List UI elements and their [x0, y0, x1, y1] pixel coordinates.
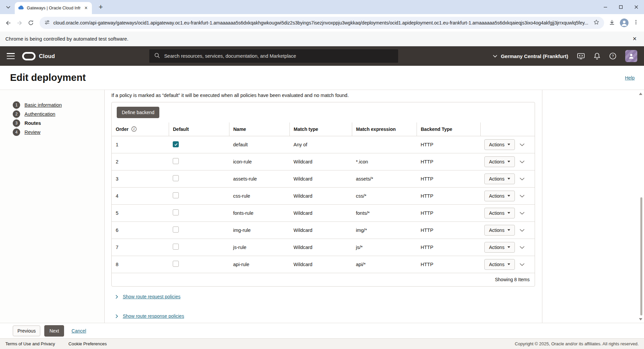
route-name-cell: icon-rule — [229, 153, 289, 170]
row-expand-chevron-icon[interactable] — [520, 160, 525, 163]
banner-close-icon[interactable]: × — [631, 35, 639, 43]
route-name-cell: api-rule — [229, 256, 289, 273]
step-label[interactable]: Authentication — [24, 111, 55, 117]
route-name-cell: fonts-rule — [229, 204, 289, 221]
address-bar[interactable] — [40, 17, 604, 29]
route-backend-type-cell: HTTP — [417, 136, 480, 153]
profile-avatar[interactable] — [620, 18, 629, 27]
oci-search-bar[interactable] — [149, 49, 398, 63]
route-match-type-cell: Wildcard — [289, 170, 352, 187]
table-row: 2 icon-rule Wildcard *.icon HTTP Actions — [112, 153, 535, 170]
step-basic-information[interactable]: 1 Basic information — [13, 101, 104, 109]
route-default-cell — [169, 204, 229, 221]
help-circle-icon[interactable]: ? — [609, 52, 616, 60]
step-review[interactable]: 4 Review — [13, 129, 104, 136]
route-order-cell: 6 — [112, 221, 169, 239]
bookmark-star-icon[interactable] — [593, 19, 599, 27]
route-actions-cell: Actions — [480, 204, 516, 221]
actions-button[interactable]: Actions — [484, 225, 515, 236]
row-expand-chevron-icon[interactable] — [520, 212, 525, 215]
scrollbar-down-arrow[interactable] — [639, 318, 642, 320]
scrollbar-up-arrow[interactable] — [639, 93, 642, 95]
notifications-bell-icon[interactable] — [594, 52, 600, 60]
download-icon[interactable] — [609, 19, 615, 27]
show-route-response-policies[interactable]: Show route response policies — [115, 313, 542, 319]
help-link[interactable]: Help — [625, 75, 635, 81]
routes-table: Order i Default Name Match type Match ex… — [112, 122, 535, 273]
table-row: 4 css-rule Wildcard css/* HTTP Actions — [112, 187, 535, 204]
close-window-button[interactable] — [629, 0, 644, 14]
route-order-cell: 3 — [112, 170, 169, 187]
row-expand-chevron-icon[interactable] — [520, 195, 525, 198]
actions-button[interactable]: Actions — [484, 139, 515, 150]
oci-search-input[interactable] — [164, 53, 393, 59]
row-expand-chevron-icon[interactable] — [520, 143, 525, 146]
default-checkbox[interactable] — [173, 175, 179, 181]
svg-text:?: ? — [612, 54, 614, 58]
terms-link[interactable]: Terms of Use and Privacy — [5, 341, 55, 346]
show-route-request-policies[interactable]: Show route request policies — [115, 294, 542, 299]
tab-close-icon[interactable]: × — [84, 5, 89, 11]
actions-button[interactable]: Actions — [484, 259, 515, 270]
default-checkbox[interactable] — [173, 209, 179, 215]
reload-button[interactable] — [27, 19, 35, 27]
default-checkbox[interactable] — [173, 141, 179, 147]
default-checkbox[interactable] — [173, 227, 179, 233]
menu-kebab-icon[interactable] — [633, 19, 639, 26]
back-button[interactable] — [4, 19, 12, 27]
site-info-icon[interactable] — [44, 19, 50, 27]
step-authentication[interactable]: 2 Authentication — [13, 110, 104, 118]
previous-button[interactable]: Previous — [13, 326, 40, 336]
actions-button[interactable]: Actions — [484, 191, 515, 201]
define-backend-button[interactable]: Define backend — [117, 107, 159, 118]
cloud-shell-icon[interactable] — [577, 53, 585, 59]
cancel-link[interactable]: Cancel — [71, 328, 86, 334]
caret-down-icon — [507, 212, 510, 214]
actions-button[interactable]: Actions — [484, 208, 515, 218]
route-actions-cell: Actions — [480, 221, 516, 239]
step-label[interactable]: Review — [24, 130, 41, 135]
route-match-expression-cell: fonts/* — [352, 204, 417, 221]
route-actions-cell: Actions — [480, 256, 516, 273]
row-expand-chevron-icon[interactable] — [520, 178, 525, 181]
route-expand-cell — [516, 170, 535, 187]
default-checkbox[interactable] — [173, 158, 179, 164]
route-match-type-cell: Wildcard — [289, 256, 352, 273]
route-expand-cell — [516, 256, 535, 273]
route-backend-type-cell: HTTP — [417, 221, 480, 239]
step-routes-current[interactable]: 3 Routes — [13, 119, 104, 127]
route-match-type-cell: Wildcard — [289, 204, 352, 221]
oracle-logo[interactable] — [22, 52, 36, 60]
table-row: 6 img-rule Wildcard img/* HTTP Actions — [112, 221, 535, 239]
forward-button[interactable] — [15, 19, 23, 27]
tab-search-button[interactable] — [3, 2, 13, 12]
user-avatar[interactable] — [625, 50, 637, 62]
person-icon — [628, 52, 635, 60]
actions-button[interactable]: Actions — [484, 156, 515, 167]
default-checkbox[interactable] — [173, 192, 179, 198]
minimize-button[interactable] — [598, 0, 613, 14]
actions-button[interactable]: Actions — [484, 173, 515, 184]
scrollbar-thumb[interactable] — [640, 197, 642, 315]
actions-button[interactable]: Actions — [484, 242, 515, 253]
steps-list: 1 Basic information 2 Authentication 3 R… — [13, 101, 104, 136]
request-policies-link[interactable]: Show route request policies — [123, 294, 180, 299]
row-expand-chevron-icon[interactable] — [520, 229, 525, 232]
step-label[interactable]: Basic information — [24, 102, 62, 108]
response-policies-link[interactable]: Show route response policies — [123, 313, 184, 319]
url-input[interactable] — [53, 20, 590, 26]
hamburger-menu-icon[interactable] — [7, 53, 15, 59]
next-button[interactable]: Next — [44, 325, 64, 337]
maximize-button[interactable] — [613, 0, 629, 14]
new-tab-button[interactable]: + — [97, 3, 105, 11]
browser-tab[interactable]: Gateways | Oracle Cloud Infrast × — [15, 2, 92, 14]
cookie-preferences-link[interactable]: Cookie Preferences — [68, 341, 107, 346]
default-checkbox[interactable] — [173, 261, 179, 267]
region-selector[interactable]: Germany Central (Frankfurt) — [493, 53, 568, 59]
row-expand-chevron-icon[interactable] — [520, 246, 525, 249]
row-expand-chevron-icon[interactable] — [520, 263, 525, 266]
route-match-type-cell: Wildcard — [289, 153, 352, 170]
default-checkbox[interactable] — [173, 244, 179, 250]
info-icon[interactable]: i — [131, 126, 137, 132]
route-match-expression-cell: api/* — [352, 256, 417, 273]
